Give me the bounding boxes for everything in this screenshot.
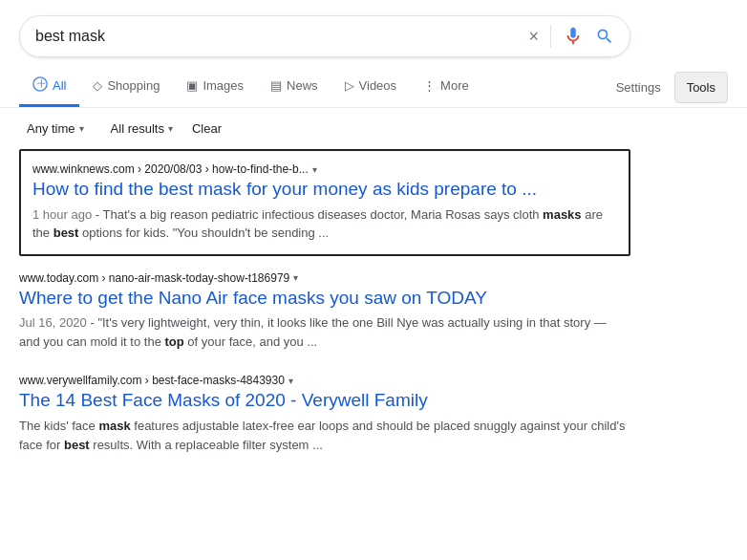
- vertical-divider: [550, 25, 551, 48]
- nav-tabs: All ◇ Shopping ▣ Images ▤ News ▷ Videos …: [0, 67, 747, 108]
- result-url-row-1: www.winknews.com › 2020/08/03 › how-to-f…: [32, 162, 617, 176]
- tab-shopping-label: Shopping: [107, 78, 160, 93]
- tab-videos[interactable]: ▷ Videos: [331, 69, 411, 105]
- result-snippet-text-2: - "It's very lightweight, very thin, it …: [19, 315, 607, 349]
- svg-point-0: [33, 77, 47, 91]
- clear-filters-button[interactable]: Clear: [192, 121, 222, 136]
- result-url-caret-2[interactable]: ▾: [293, 272, 298, 283]
- time-filter-label: Any time: [27, 121, 75, 136]
- result-url-row-2: www.today.com › nano-air-mask-today-show…: [19, 271, 630, 285]
- result-url-caret-1[interactable]: ▾: [312, 164, 317, 175]
- result-snippet-text-1: - That's a big reason pediatric infectio…: [32, 207, 603, 241]
- results-filter-label: All results: [111, 121, 164, 136]
- videos-icon: ▷: [345, 78, 354, 93]
- results-container: www.winknews.com › 2020/08/03 › how-to-f…: [0, 149, 747, 454]
- tab-all-label: All: [53, 78, 66, 93]
- all-icon: [32, 76, 48, 95]
- result-card-3: www.verywellfamily.com › best-face-masks…: [19, 374, 630, 454]
- mic-icon[interactable]: [563, 26, 584, 47]
- result-time-1: 1 hour ago: [32, 207, 92, 222]
- news-icon: ▤: [270, 78, 282, 93]
- tab-shopping[interactable]: ◇ Shopping: [79, 69, 173, 105]
- result-title-2[interactable]: Where to get the Nano Air face masks you…: [19, 287, 630, 311]
- result-snippet-3: The kids' face mask features adjustable …: [19, 417, 630, 454]
- tab-news-label: News: [287, 78, 318, 93]
- search-icons: ×: [528, 25, 614, 48]
- result-card-2: www.today.com › nano-air-mask-today-show…: [19, 271, 630, 352]
- result-snippet-1: 1 hour ago - That's a big reason pediatr…: [32, 205, 617, 243]
- filters-row: Any time ▾ All results ▾ Clear: [0, 108, 747, 149]
- tab-more-label: More: [440, 78, 469, 93]
- settings-link[interactable]: Settings: [607, 73, 671, 102]
- result-snippet-text-3: The kids' face mask features adjustable …: [19, 419, 625, 452]
- tab-images-label: Images: [203, 78, 244, 93]
- more-icon: ⋮: [423, 78, 436, 93]
- result-time-2: Jul 16, 2020: [19, 315, 87, 330]
- result-card-1: www.winknews.com › 2020/08/03 › how-to-f…: [19, 149, 630, 256]
- results-filter[interactable]: All results ▾: [103, 118, 181, 140]
- result-url-3: www.verywellfamily.com › best-face-masks…: [19, 374, 285, 387]
- tab-videos-label: Videos: [359, 78, 397, 93]
- result-title-1[interactable]: How to find the best mask for your money…: [32, 178, 617, 202]
- clear-search-icon[interactable]: ×: [528, 27, 539, 47]
- tab-images[interactable]: ▣ Images: [173, 69, 257, 105]
- result-url-caret-3[interactable]: ▾: [288, 376, 293, 386]
- results-filter-caret: ▾: [168, 123, 173, 134]
- tools-button[interactable]: Tools: [674, 72, 728, 103]
- result-snippet-2: Jul 16, 2020 - "It's very lightweight, v…: [19, 313, 630, 351]
- shopping-icon: ◇: [93, 78, 102, 93]
- search-input[interactable]: [35, 28, 521, 45]
- tab-all[interactable]: All: [19, 67, 79, 107]
- time-filter-caret: ▾: [79, 123, 84, 134]
- tab-more[interactable]: ⋮ More: [410, 69, 482, 105]
- result-url-row-3: www.verywellfamily.com › best-face-masks…: [19, 374, 630, 387]
- search-bar-container: ×: [0, 0, 747, 67]
- result-url-1: www.winknews.com › 2020/08/03 › how-to-f…: [32, 162, 309, 176]
- search-icon[interactable]: [595, 27, 614, 46]
- search-bar: ×: [19, 15, 630, 57]
- result-title-3[interactable]: The 14 Best Face Masks of 2020 - Verywel…: [19, 389, 630, 413]
- tab-news[interactable]: ▤ News: [257, 69, 331, 105]
- images-icon: ▣: [186, 78, 198, 93]
- time-filter[interactable]: Any time ▾: [19, 118, 92, 140]
- nav-right: Settings Tools: [607, 72, 728, 103]
- result-url-2: www.today.com › nano-air-mask-today-show…: [19, 271, 289, 285]
